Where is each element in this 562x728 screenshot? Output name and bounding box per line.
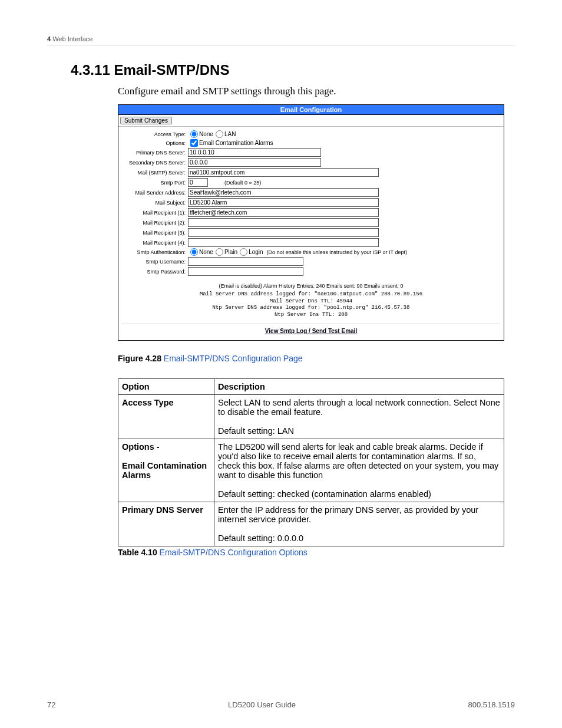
secondary-dns-input[interactable] xyxy=(188,158,321,167)
auth-none-radio[interactable] xyxy=(190,248,198,256)
table-title: Email-SMTP/DNS Configuration Options xyxy=(160,548,308,557)
auth-none-text: None xyxy=(199,249,213,255)
primary-dns-input[interactable] xyxy=(188,148,321,157)
section-heading: 4.3.11 Email-SMTP/DNS xyxy=(71,62,515,78)
doc-title: LD5200 User Guide xyxy=(228,700,296,709)
table-row: Primary DNS Server Enter the IP address … xyxy=(118,502,504,546)
subject-input[interactable] xyxy=(188,198,379,207)
section-number: 4.3.11 xyxy=(71,62,110,78)
figure-title: Email-SMTP/DNS Configuration Page xyxy=(164,354,303,363)
options-label: Options: xyxy=(122,140,188,146)
panel-title: Email Configuration xyxy=(118,105,504,115)
phone-number: 800.518.1519 xyxy=(468,700,515,709)
view-smtp-log-link[interactable]: View Smtp Log / Send Test Email xyxy=(265,328,357,334)
options-table: Option Description Access Type Select LA… xyxy=(118,378,504,546)
opt-desc: Enter the IP address for the primary DNS… xyxy=(214,502,504,546)
opt-name: Access Type xyxy=(118,394,214,439)
page-header: 4 Web Interface xyxy=(47,35,515,45)
opt-desc: The LD5200 will send alerts for leak and… xyxy=(214,439,504,502)
email-contamination-text: Email Contamination Alarms xyxy=(199,140,273,146)
smtp-user-label: Smtp Username: xyxy=(122,259,188,265)
chapter-number: 4 xyxy=(47,35,51,42)
recipient2-label: Mail Recipient (2): xyxy=(122,220,188,226)
smtp-port-label: Smtp Port: xyxy=(122,180,188,186)
auth-hint: (Do not enable this unless instructed by… xyxy=(267,249,407,255)
email-config-panel: Email Configuration Submit Changes Acces… xyxy=(118,104,504,341)
recipient3-input[interactable] xyxy=(188,228,379,237)
page-number: 72 xyxy=(47,700,55,709)
smtp-server-input[interactable] xyxy=(188,168,379,177)
secondary-dns-label: Secondary DNS Server: xyxy=(122,160,188,166)
auth-login-text: Login xyxy=(249,249,263,255)
opt-name: Primary DNS Server xyxy=(118,502,214,546)
table-caption: Table 4.10 Email-SMTP/DNS Configuration … xyxy=(118,548,515,557)
submit-row: Submit Changes xyxy=(118,115,504,127)
auth-plain-text: Plain xyxy=(224,249,237,255)
smtp-pass-input[interactable] xyxy=(188,267,303,276)
table-prefix: Table 4.10 xyxy=(118,548,157,557)
smtp-server-label: Mail (SMTP) Server: xyxy=(122,170,188,176)
sender-label: Mail Sender Address: xyxy=(122,190,188,196)
col-desc-header: Description xyxy=(214,378,504,394)
recipient4-input[interactable] xyxy=(188,238,379,247)
smtp-port-input[interactable] xyxy=(188,178,208,187)
smtp-user-input[interactable] xyxy=(188,257,303,266)
table-row: Access Type Select LAN to send alerts th… xyxy=(118,394,504,439)
smtp-port-hint: (Default 0 = 25) xyxy=(224,180,261,186)
status-line: (Email is disabled) Alarm History Entrie… xyxy=(122,283,500,289)
recipient1-input[interactable] xyxy=(188,208,379,217)
recipient4-label: Mail Recipient (4): xyxy=(122,240,188,246)
page-footer: 72 LD5200 User Guide 800.518.1519 xyxy=(47,700,515,709)
access-type-none-text: None xyxy=(199,131,213,137)
recipient2-input[interactable] xyxy=(188,218,379,227)
subject-label: Mail Subject: xyxy=(122,200,188,206)
auth-login-radio[interactable] xyxy=(240,248,247,256)
smtp-pass-label: Smtp Password: xyxy=(122,269,188,275)
section-title: Email-SMTP/DNS xyxy=(114,62,229,78)
dns-log-block: Mail Server DNS address logged for: "na0… xyxy=(122,291,500,319)
primary-dns-label: Primary DNS Server: xyxy=(122,150,188,156)
recipient3-label: Mail Recipient (3): xyxy=(122,230,188,236)
email-contamination-checkbox[interactable] xyxy=(190,139,198,147)
sender-input[interactable] xyxy=(188,188,379,197)
chapter-title: Web Interface xyxy=(52,35,92,42)
opt-name: Options - Email Contamination Alarms xyxy=(118,439,214,502)
opt-desc: Select LAN to send alerts through a loca… xyxy=(214,394,504,439)
intro-text: Configure email and SMTP settings throug… xyxy=(118,85,515,97)
access-type-none-radio[interactable] xyxy=(190,130,198,138)
auth-plain-radio[interactable] xyxy=(216,248,223,256)
recipient1-label: Mail Recipient (1): xyxy=(122,210,188,216)
figure-prefix: Figure 4.28 xyxy=(118,354,161,363)
access-type-lan-text: LAN xyxy=(224,131,236,137)
smtp-auth-label: Smtp Authentication: xyxy=(122,249,188,255)
table-row: Options - Email Contamination Alarms The… xyxy=(118,439,504,502)
submit-changes-button[interactable]: Submit Changes xyxy=(120,117,172,124)
access-type-lan-radio[interactable] xyxy=(216,130,223,138)
access-type-label: Access Type: xyxy=(122,131,188,137)
col-option-header: Option xyxy=(118,378,214,394)
figure-caption: Figure 4.28 Email-SMTP/DNS Configuration… xyxy=(118,354,515,363)
